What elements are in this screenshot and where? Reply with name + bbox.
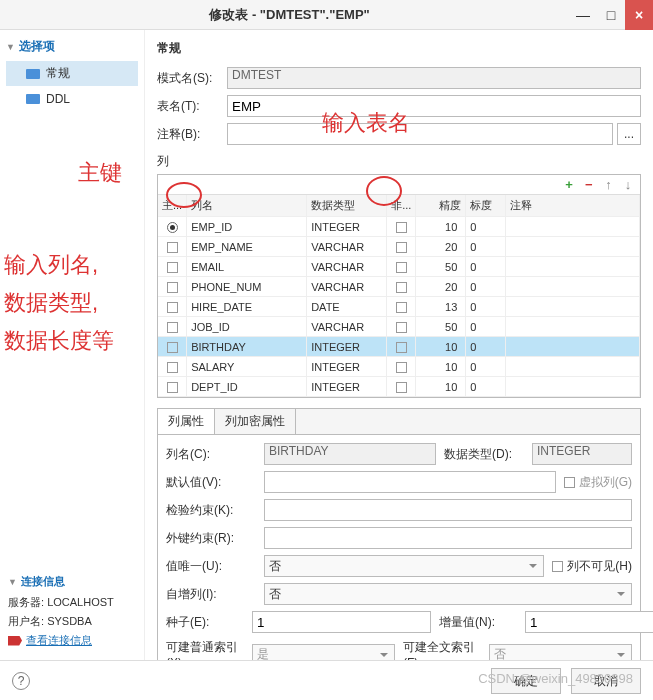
cell-name[interactable]: JOB_ID	[187, 317, 307, 337]
nn-checkbox[interactable]	[396, 222, 407, 233]
nn-checkbox[interactable]	[396, 322, 407, 333]
table-name-input[interactable]	[227, 95, 641, 117]
cell-comment[interactable]	[506, 377, 640, 397]
cell-scale[interactable]: 0	[466, 337, 506, 357]
table-row[interactable]: EMP_IDINTEGER100	[158, 217, 640, 237]
col-hd-pk[interactable]: 主...	[158, 195, 187, 217]
cell-prec[interactable]: 10	[416, 377, 466, 397]
cell-type[interactable]: VARCHAR	[307, 237, 387, 257]
pk-checkbox[interactable]	[167, 242, 178, 253]
fk-input[interactable]	[264, 527, 632, 549]
cell-name[interactable]: PHONE_NUM	[187, 277, 307, 297]
maximize-button[interactable]: □	[597, 0, 625, 30]
cell-type[interactable]: VARCHAR	[307, 257, 387, 277]
table-row[interactable]: DEPT_IDINTEGER100	[158, 377, 640, 397]
cell-prec[interactable]: 10	[416, 217, 466, 237]
cell-comment[interactable]	[506, 257, 640, 277]
cell-comment[interactable]	[506, 357, 640, 377]
columns-grid[interactable]: 主... 列名 数据类型 非... 精度 标度 注释 EMP_IDINTEGER…	[158, 195, 640, 397]
table-row[interactable]: PHONE_NUMVARCHAR200	[158, 277, 640, 297]
cell-type[interactable]: DATE	[307, 297, 387, 317]
pk-checkbox[interactable]	[167, 382, 178, 393]
cell-name[interactable]: HIRE_DATE	[187, 297, 307, 317]
remove-column-icon[interactable]: −	[581, 177, 597, 192]
table-row[interactable]: JOB_IDVARCHAR500	[158, 317, 640, 337]
cell-prec[interactable]: 10	[416, 357, 466, 377]
table-row[interactable]: BIRTHDAYINTEGER100	[158, 337, 640, 357]
unique-select[interactable]: 否	[264, 555, 544, 577]
cell-scale[interactable]: 0	[466, 297, 506, 317]
cell-name[interactable]: EMP_ID	[187, 217, 307, 237]
cell-type[interactable]: INTEGER	[307, 217, 387, 237]
comment-input[interactable]	[227, 123, 613, 145]
cell-prec[interactable]: 10	[416, 337, 466, 357]
cell-prec[interactable]: 20	[416, 237, 466, 257]
nn-checkbox[interactable]	[396, 342, 407, 353]
cell-name[interactable]: EMAIL	[187, 257, 307, 277]
col-hd-scale[interactable]: 标度	[466, 195, 506, 217]
seed-input[interactable]	[252, 611, 431, 633]
cell-scale[interactable]: 0	[466, 357, 506, 377]
cell-type[interactable]: INTEGER	[307, 377, 387, 397]
cell-type[interactable]: INTEGER	[307, 357, 387, 377]
tab-col-encrypt[interactable]: 列加密属性	[215, 409, 296, 434]
cell-comment[interactable]	[506, 217, 640, 237]
hidden-checkbox[interactable]	[552, 561, 563, 572]
nn-checkbox[interactable]	[396, 262, 407, 273]
sidebar-item-ddl[interactable]: DDL	[6, 88, 138, 110]
comment-more-button[interactable]: ...	[617, 123, 641, 145]
cell-scale[interactable]: 0	[466, 257, 506, 277]
cell-scale[interactable]: 0	[466, 317, 506, 337]
nn-checkbox[interactable]	[396, 282, 407, 293]
fulltext-select[interactable]: 否	[489, 644, 632, 661]
cell-name[interactable]: DEPT_ID	[187, 377, 307, 397]
cell-comment[interactable]	[506, 317, 640, 337]
cell-comment[interactable]	[506, 237, 640, 257]
pk-checkbox[interactable]	[167, 282, 178, 293]
table-row[interactable]: SALARYINTEGER100	[158, 357, 640, 377]
help-button[interactable]: ?	[12, 672, 30, 690]
table-row[interactable]: EMAILVARCHAR500	[158, 257, 640, 277]
col-hd-nn[interactable]: 非...	[387, 195, 416, 217]
cell-prec[interactable]: 13	[416, 297, 466, 317]
pk-checkbox[interactable]	[167, 302, 178, 313]
pk-checkbox[interactable]	[167, 322, 178, 333]
tab-col-props[interactable]: 列属性	[158, 409, 215, 434]
cell-name[interactable]: SALARY	[187, 357, 307, 377]
close-button[interactable]: ×	[625, 0, 653, 30]
default-input[interactable]	[264, 471, 556, 493]
nn-checkbox[interactable]	[396, 302, 407, 313]
cell-scale[interactable]: 0	[466, 217, 506, 237]
move-up-icon[interactable]: ↑	[600, 177, 616, 192]
col-hd-prec[interactable]: 精度	[416, 195, 466, 217]
nn-checkbox[interactable]	[396, 362, 407, 373]
cell-comment[interactable]	[506, 277, 640, 297]
cell-scale[interactable]: 0	[466, 377, 506, 397]
view-connection-link[interactable]: 查看连接信息	[8, 633, 137, 648]
nn-checkbox[interactable]	[396, 242, 407, 253]
idx-select[interactable]: 是	[252, 644, 395, 661]
virtual-checkbox[interactable]	[564, 477, 575, 488]
cell-comment[interactable]	[506, 337, 640, 357]
add-column-icon[interactable]: +	[561, 177, 577, 192]
pk-checkbox[interactable]	[167, 222, 178, 233]
pk-checkbox[interactable]	[167, 262, 178, 273]
col-hd-comment[interactable]: 注释	[506, 195, 640, 217]
minimize-button[interactable]: —	[569, 0, 597, 30]
cell-type[interactable]: INTEGER	[307, 337, 387, 357]
cell-name[interactable]: BIRTHDAY	[187, 337, 307, 357]
table-row[interactable]: HIRE_DATEDATE130	[158, 297, 640, 317]
table-row[interactable]: EMP_NAMEVARCHAR200	[158, 237, 640, 257]
cell-type[interactable]: VARCHAR	[307, 277, 387, 297]
incr-input[interactable]	[525, 611, 653, 633]
pk-checkbox[interactable]	[167, 362, 178, 373]
cell-prec[interactable]: 50	[416, 257, 466, 277]
nn-checkbox[interactable]	[396, 382, 407, 393]
col-hd-name[interactable]: 列名	[187, 195, 307, 217]
cell-prec[interactable]: 20	[416, 277, 466, 297]
check-input[interactable]	[264, 499, 632, 521]
cell-type[interactable]: VARCHAR	[307, 317, 387, 337]
autoinc-select[interactable]: 否	[264, 583, 632, 605]
pk-checkbox[interactable]	[167, 342, 178, 353]
col-hd-type[interactable]: 数据类型	[307, 195, 387, 217]
